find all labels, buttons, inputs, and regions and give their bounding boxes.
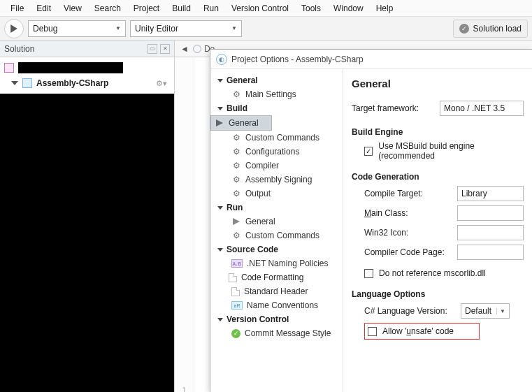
config-selector[interactable]: Debug: [28, 20, 126, 37]
nav-custom-commands[interactable]: ⚙Custom Commands: [210, 131, 343, 145]
menu-vcs[interactable]: Version Control: [225, 1, 295, 15]
dialog-content: General Target framework: Mono / .NET 3.…: [343, 69, 532, 392]
gear-icon: ⚙: [231, 147, 241, 157]
target-selector[interactable]: Unity Editor: [130, 20, 242, 37]
nav-configurations[interactable]: ⚙Configurations: [210, 145, 343, 159]
solution-icon: [4, 63, 14, 73]
cs-version-label: C# Language Version:: [364, 306, 455, 316]
noref-mscorlib-label: Do not reference mscorlib.dll: [379, 268, 486, 278]
menu-edit[interactable]: Edit: [30, 1, 57, 15]
compile-target-label: Compile Target:: [364, 189, 452, 198]
main-class-input[interactable]: [457, 205, 524, 221]
panel-close-icon[interactable]: ✕: [160, 44, 170, 54]
compile-target-select[interactable]: Library: [457, 186, 524, 201]
nav-build-general-label: General: [229, 118, 259, 128]
play-icon: [215, 118, 224, 128]
svg-marker-2: [233, 218, 240, 225]
nav-group-general[interactable]: General: [210, 73, 343, 87]
nav-naming-label: .NET Naming Policies: [247, 259, 328, 268]
solution-status: ✓ Solution load: [453, 20, 528, 38]
gear-icon: ⚙: [231, 175, 241, 184]
doc-icon: [231, 287, 240, 296]
panel-dock-icon[interactable]: ▭: [148, 44, 157, 54]
svg-marker-0: [10, 24, 17, 33]
nav-main-settings[interactable]: ⚙Main Settings: [210, 87, 343, 101]
menu-search[interactable]: Search: [88, 1, 127, 15]
nav-run-custom[interactable]: ⚙Custom Commands: [210, 228, 343, 242]
menu-tools[interactable]: Tools: [295, 1, 327, 15]
nav-formatting-label: Code Formatting: [241, 273, 303, 282]
gear-icon: ⚙: [231, 189, 241, 198]
status-check-icon: ✓: [459, 24, 469, 34]
nav-compiler[interactable]: ⚙Compiler: [210, 159, 343, 173]
nav-build-general[interactable]: General: [210, 115, 272, 131]
solution-header: Solution ▭ ✕: [0, 41, 174, 57]
check-circle-icon: ✓: [231, 329, 240, 338]
gear-icon: ⚙: [231, 231, 241, 240]
noref-mscorlib-checkbox[interactable]: [364, 269, 373, 278]
nav-custom-commands-label: Custom Commands: [245, 133, 319, 143]
nav-formatting[interactable]: Code Formatting: [210, 270, 343, 284]
play-icon: [231, 217, 241, 226]
section-lang-opts: Language Options: [352, 289, 524, 299]
run-button[interactable]: [4, 19, 24, 38]
nav-commit-style[interactable]: ✓Commit Message Style: [210, 326, 343, 340]
content-heading: General: [352, 78, 524, 89]
chevron-down-icon: [217, 318, 223, 321]
menu-file[interactable]: File: [4, 1, 30, 15]
nav-main-settings-label: Main Settings: [245, 89, 296, 99]
line-number: 1: [175, 57, 194, 392]
svg-marker-1: [216, 119, 223, 126]
nav-run-general[interactable]: General: [210, 215, 343, 228]
section-code-gen: Code Generation: [352, 172, 524, 182]
codepage-input[interactable]: [457, 245, 524, 260]
nav-group-run[interactable]: Run: [210, 201, 343, 215]
use-msbuild-checkbox[interactable]: [364, 147, 373, 156]
csharp-project-icon: [22, 78, 32, 88]
solution-panel: Solution ▭ ✕ Assembly-CSharp ⚙▾: [0, 41, 175, 392]
target-framework-select[interactable]: Mono / .NET 3.5: [440, 101, 524, 116]
compile-target-value: Library: [461, 189, 487, 198]
win32-icon-input[interactable]: [457, 225, 524, 240]
menu-build[interactable]: Build: [166, 1, 197, 15]
cs-version-value: Default: [465, 306, 491, 316]
menu-help[interactable]: Help: [370, 1, 400, 15]
target-framework-value: Mono / .NET 3.5: [444, 103, 505, 113]
toolbar: Debug Unity Editor ✓ Solution load: [0, 17, 532, 41]
nav-naming[interactable]: A.B.NET Naming Policies: [210, 256, 343, 270]
highlight-box: Allow 'unsafe' code: [364, 323, 480, 340]
solution-tree[interactable]: Assembly-CSharp ⚙▾: [0, 57, 174, 94]
allow-unsafe-label: Allow 'unsafe' code: [382, 326, 454, 336]
codepage-label: Compiler Code Page:: [364, 247, 452, 257]
chevron-down-icon: [217, 206, 223, 210]
menu-run[interactable]: Run: [197, 1, 225, 15]
nav-group-source[interactable]: Source Code: [210, 242, 343, 256]
nav-configurations-label: Configurations: [245, 147, 299, 157]
nav-name-conv[interactable]: aRName Conventions: [210, 298, 343, 312]
project-row[interactable]: Assembly-CSharp ⚙▾: [0, 75, 174, 91]
nav-commit-style-label: Commit Message Style: [245, 328, 331, 338]
app-icon: ◐: [216, 54, 227, 65]
nav-back-icon[interactable]: ◄: [180, 44, 189, 54]
doc-icon: [229, 273, 237, 282]
nav-run-general-label: General: [245, 217, 275, 226]
menu-window[interactable]: Window: [327, 1, 370, 15]
nav-output[interactable]: ⚙Output: [210, 187, 343, 201]
nav-run-custom-label: Custom Commands: [245, 231, 319, 240]
menu-project[interactable]: Project: [127, 1, 166, 15]
nav-asm-signing[interactable]: ⚙Assembly Signing: [210, 173, 343, 187]
solution-root-row[interactable]: [0, 60, 174, 75]
chevron-down-icon: [217, 248, 223, 252]
nav-group-build[interactable]: Build: [210, 101, 343, 115]
ar-icon: aR: [231, 301, 243, 310]
dialog-titlebar[interactable]: ◐ Project Options - Assembly-CSharp: [210, 50, 532, 69]
nav-std-header[interactable]: Standard Header: [210, 284, 343, 298]
nav-group-vcs[interactable]: Version Control: [210, 312, 343, 326]
menu-view[interactable]: View: [57, 1, 88, 15]
allow-unsafe-checkbox[interactable]: [368, 327, 377, 336]
cs-version-select[interactable]: Default: [461, 303, 510, 319]
project-settings-icon[interactable]: ⚙▾: [156, 79, 167, 88]
nav-name-conv-label: Name Conventions: [247, 300, 318, 310]
gear-icon: ⚙: [231, 89, 241, 99]
expand-icon[interactable]: [11, 81, 18, 85]
